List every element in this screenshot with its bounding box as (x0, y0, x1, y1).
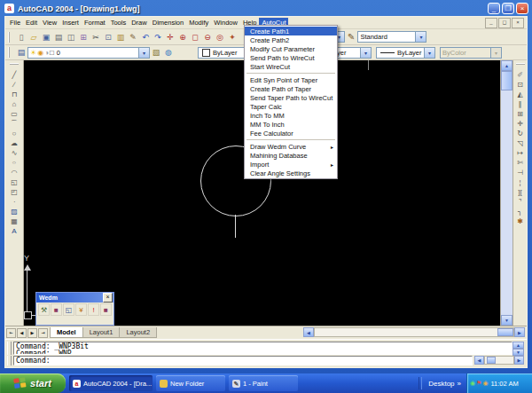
command-window-grip[interactable] (7, 356, 12, 365)
chevron-icon[interactable]: » (458, 380, 461, 388)
start-button[interactable]: start (0, 373, 66, 393)
ellipse-icon[interactable]: ○ (9, 160, 20, 166)
menubar-item-draw[interactable]: Draw (129, 18, 150, 28)
extend-icon[interactable]: ⊣ (514, 168, 526, 177)
menu-item-edit-syn-point-of-taper[interactable]: Edit Syn Point of Taper (245, 75, 337, 84)
child-restore-button[interactable]: ◻ (498, 18, 511, 28)
command-horizontal-scrollbar[interactable]: ◀ ▶ (474, 356, 524, 365)
fillet-icon[interactable]: ╮ (514, 207, 526, 216)
menu-item-mahining-database[interactable]: Mahining Database (245, 151, 337, 160)
undo-icon[interactable]: ↶ (139, 31, 152, 43)
network-tray-icon[interactable]: ⚑ (476, 380, 481, 387)
menu-item-create-path2[interactable]: Create Path2 (245, 35, 337, 44)
trim-icon[interactable]: ✄ (514, 158, 526, 168)
plot-preview-icon[interactable]: ◫ (65, 31, 77, 43)
taskbar-task-1-paint[interactable]: ✎1 - Paint (229, 375, 298, 391)
desktop-toolbar-label[interactable]: Desktop (428, 380, 454, 388)
taskbar-task-autocad-2004-dra[interactable]: aAutoCAD 2004 - [Dra... (69, 375, 153, 391)
layers-dialog-icon[interactable]: ▤ (15, 47, 27, 59)
child-minimize-button[interactable]: _ (485, 18, 497, 28)
break-icon[interactable]: ][ (514, 187, 526, 197)
move-icon[interactable]: ✛ (514, 119, 526, 129)
save-icon[interactable]: ▣ (40, 31, 52, 43)
menu-item-taper-calc[interactable]: Taper Calc (245, 102, 337, 111)
spline-icon[interactable]: ∿ (9, 148, 20, 158)
copy-object-icon[interactable]: ⊡ (514, 80, 526, 90)
rectangle-icon[interactable]: ▭ (9, 109, 20, 119)
menubar-item-dimension[interactable]: Dimension (150, 18, 186, 28)
tab-nav-button-2[interactable]: ▶ (27, 328, 37, 338)
combo-arrow-icon[interactable]: ▾ (415, 32, 426, 42)
tab-layout1[interactable]: Layout1 (82, 327, 121, 338)
menu-item-create-path1[interactable]: Create Path1 (245, 27, 337, 35)
tab-nav-button-1[interactable]: ◀ (17, 328, 27, 338)
combo-arrow-icon[interactable]: ▾ (490, 48, 501, 58)
explode-icon[interactable]: ✱ (514, 216, 526, 226)
menu-item-send-taper-path-to-wirecut[interactable]: Send Taper Path to WireCut (245, 93, 337, 102)
scroll-down-icon[interactable]: ▼ (512, 349, 524, 356)
scroll-left-icon[interactable]: ◀ (303, 327, 314, 337)
chamfer-icon[interactable]: ⌝ (514, 197, 526, 207)
construction-line-icon[interactable]: ∕ (9, 80, 20, 90)
scroll-left-icon[interactable]: ◀ (474, 356, 484, 365)
point-icon[interactable]: ∙ (9, 197, 20, 207)
array-icon[interactable]: ⊞ (514, 109, 526, 119)
scroll-down-icon[interactable]: ▼ (501, 315, 512, 326)
antivirus-tray-icon[interactable]: ◉ (470, 380, 475, 387)
plotstyle-combo[interactable]: ByColor ▾ (440, 47, 502, 59)
menu-item-mm-to-inch[interactable]: MM To Inch (245, 120, 337, 129)
scroll-right-icon[interactable]: ▶ (514, 356, 524, 365)
command-history[interactable]: Command: _WNP3BitCommand: _WNP (13, 342, 512, 355)
open-icon[interactable]: ▱ (27, 31, 40, 43)
tab-layout2[interactable]: Layout2 (119, 327, 157, 338)
arc-icon[interactable]: ⌒ (9, 119, 20, 129)
stretch-icon[interactable]: ↦ (514, 148, 526, 158)
toolbar-grip[interactable] (10, 63, 19, 68)
menu-item-modify-cut-parameter[interactable]: Modify Cut Parameter (245, 44, 337, 53)
toolbar-grip[interactable] (516, 63, 525, 68)
menu-item-inch-to-mm[interactable]: Inch To MM (245, 111, 337, 120)
plot-icon[interactable]: ▤ (52, 31, 65, 43)
toolbar-grip[interactable] (8, 32, 13, 43)
tab-nav-button-0[interactable]: ⇤ (6, 328, 16, 338)
taskbar-task-new-folder[interactable]: New Folder (156, 375, 225, 391)
wedm-window-icon[interactable]: ◱ (63, 303, 74, 316)
line-icon[interactable]: ╱ (9, 70, 20, 80)
minimize-button[interactable]: _ (488, 3, 500, 14)
wedm-figure-icon[interactable]: ¥ (75, 303, 87, 316)
make-block-icon[interactable]: ◰ (9, 187, 20, 197)
command-vertical-scrollbar[interactable]: ▲ ▼ (512, 342, 524, 355)
command-input[interactable]: Command: (13, 356, 473, 365)
rotate-icon[interactable]: ↻ (514, 129, 526, 138)
menu-item-import[interactable]: Import▸ (245, 160, 337, 169)
wedm-block2-icon[interactable]: ■ (100, 303, 112, 316)
tab-nav-button-3[interactable]: ⇥ (38, 328, 48, 338)
standard-style-combo[interactable]: Standard ▾ (357, 31, 426, 43)
menubar-item-edit[interactable]: Edit (23, 18, 40, 28)
canvas-horizontal-scrollbar[interactable]: ◀ ▶ (303, 327, 525, 337)
scrollbar-track[interactable] (501, 90, 512, 315)
scale-icon[interactable]: ◹ (514, 138, 526, 148)
zoom-realtime-icon[interactable]: ⊕ (176, 31, 189, 43)
toolbar-grip[interactable] (8, 47, 13, 58)
hatch-icon[interactable]: ▨ (9, 207, 20, 216)
command-window-grip[interactable] (7, 342, 12, 355)
scrollbar-track[interactable] (314, 327, 514, 337)
menu-item-send-path-to-wirecut[interactable]: Send Path to WireCut (245, 53, 337, 62)
scrollbar-thumb[interactable] (497, 328, 513, 336)
menubar-item-file[interactable]: File (7, 18, 23, 28)
combo-arrow-icon[interactable]: ▾ (424, 48, 434, 58)
layer-combo[interactable]: ☀◉◑□ 0 ▾ (27, 47, 150, 59)
update-tray-icon[interactable]: ◉ (482, 380, 488, 387)
combo-arrow-icon[interactable]: ▾ (360, 48, 371, 58)
break-at-point-icon[interactable]: ¦ (514, 177, 526, 187)
layer-previous-icon[interactable]: ▧ (150, 47, 162, 59)
combo-arrow-icon[interactable]: ▾ (138, 48, 149, 58)
ellipse-arc-icon[interactable]: ◠ (9, 168, 20, 177)
zoom-previous-icon[interactable]: ⊖ (201, 31, 214, 43)
scroll-up-icon[interactable]: ▲ (512, 342, 524, 349)
new-icon[interactable]: ▯ (15, 31, 27, 43)
redo-icon[interactable]: ↷ (152, 31, 164, 43)
properties-icon[interactable]: ✦ (226, 31, 239, 43)
paste-icon[interactable]: ▥ (114, 31, 127, 43)
